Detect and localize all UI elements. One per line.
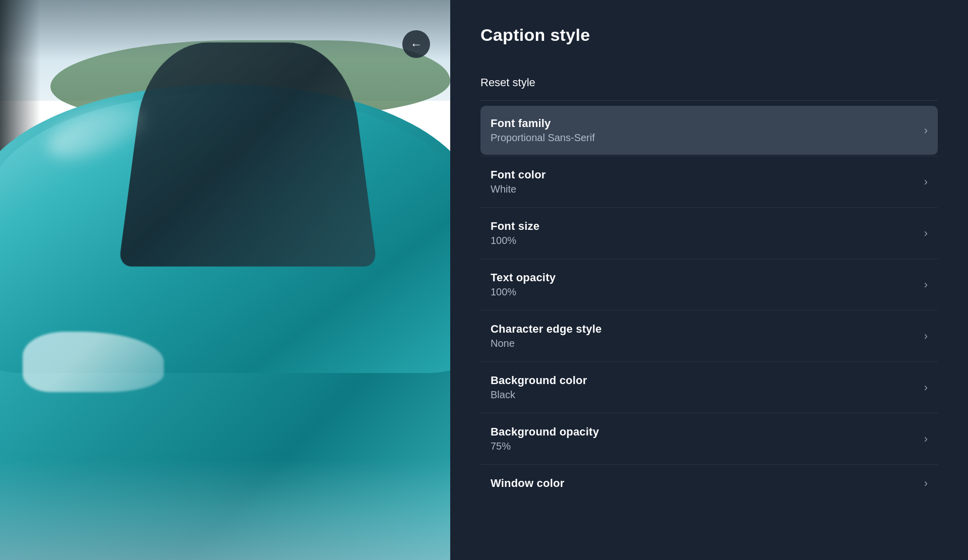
setting-label-background-color: Background color bbox=[491, 374, 587, 387]
setting-label-window-color: Window color bbox=[491, 477, 564, 490]
setting-item-character-edge-style[interactable]: Character edge styleNone› bbox=[480, 312, 938, 360]
reset-style-button[interactable]: Reset style bbox=[480, 65, 938, 101]
chevron-icon-background-opacity: › bbox=[924, 432, 928, 446]
setting-label-font-size: Font size bbox=[491, 220, 539, 233]
setting-value-font-color: White bbox=[491, 183, 546, 195]
setting-label-font-color: Font color bbox=[491, 168, 546, 181]
chevron-icon-font-color: › bbox=[924, 175, 928, 189]
setting-content-window-color: Window color bbox=[491, 477, 564, 490]
setting-item-font-family[interactable]: Font familyProportional Sans-Serif› bbox=[480, 106, 938, 155]
setting-content-font-size: Font size100% bbox=[491, 220, 539, 246]
setting-label-text-opacity: Text opacity bbox=[491, 271, 556, 284]
setting-value-background-opacity: 75% bbox=[491, 441, 599, 452]
settings-list: Font familyProportional Sans-Serif›Font … bbox=[480, 105, 938, 502]
chevron-icon-text-opacity: › bbox=[924, 278, 928, 291]
chevron-icon-font-size: › bbox=[924, 227, 928, 240]
setting-divider bbox=[480, 361, 938, 362]
setting-label-background-opacity: Background opacity bbox=[491, 425, 599, 439]
setting-divider bbox=[480, 156, 938, 156]
car-image-panel: ← bbox=[0, 0, 450, 560]
setting-item-background-opacity[interactable]: Background opacity75%› bbox=[480, 414, 938, 463]
chevron-icon-background-color: › bbox=[924, 381, 928, 394]
panel-title: Caption style bbox=[480, 25, 938, 45]
setting-content-font-family: Font familyProportional Sans-Serif bbox=[491, 117, 595, 144]
setting-value-font-family: Proportional Sans-Serif bbox=[491, 132, 595, 144]
setting-content-font-color: Font colorWhite bbox=[491, 168, 546, 195]
setting-divider bbox=[480, 310, 938, 310]
setting-content-background-opacity: Background opacity75% bbox=[491, 425, 599, 452]
caption-style-panel: Caption style Reset style Font familyPro… bbox=[450, 0, 968, 560]
setting-item-font-size[interactable]: Font size100%› bbox=[480, 209, 938, 258]
back-arrow-icon: ← bbox=[410, 38, 422, 50]
chevron-icon-character-edge-style: › bbox=[924, 330, 928, 343]
chevron-icon-window-color: › bbox=[924, 477, 928, 490]
setting-divider bbox=[480, 207, 938, 208]
chevron-icon-font-family: › bbox=[924, 124, 928, 137]
setting-item-font-color[interactable]: Font colorWhite› bbox=[480, 157, 938, 206]
setting-content-text-opacity: Text opacity100% bbox=[491, 271, 556, 298]
setting-value-character-edge-style: None bbox=[491, 338, 601, 349]
setting-item-text-opacity[interactable]: Text opacity100%› bbox=[480, 260, 938, 309]
setting-divider bbox=[480, 413, 938, 413]
setting-divider bbox=[480, 464, 938, 465]
setting-content-background-color: Background colorBlack bbox=[491, 374, 587, 401]
setting-value-text-opacity: 100% bbox=[491, 286, 556, 298]
setting-value-background-color: Black bbox=[491, 389, 587, 401]
setting-label-character-edge-style: Character edge style bbox=[491, 323, 601, 336]
car-windshield bbox=[118, 42, 377, 267]
setting-value-font-size: 100% bbox=[491, 235, 539, 246]
setting-item-background-color[interactable]: Background colorBlack› bbox=[480, 363, 938, 412]
setting-divider bbox=[480, 259, 938, 259]
setting-label-font-family: Font family bbox=[491, 117, 595, 130]
setting-content-character-edge-style: Character edge styleNone bbox=[491, 323, 601, 349]
ground-reflection bbox=[0, 459, 450, 560]
back-button[interactable]: ← bbox=[402, 30, 430, 58]
setting-item-window-color[interactable]: Window color› bbox=[480, 466, 938, 501]
